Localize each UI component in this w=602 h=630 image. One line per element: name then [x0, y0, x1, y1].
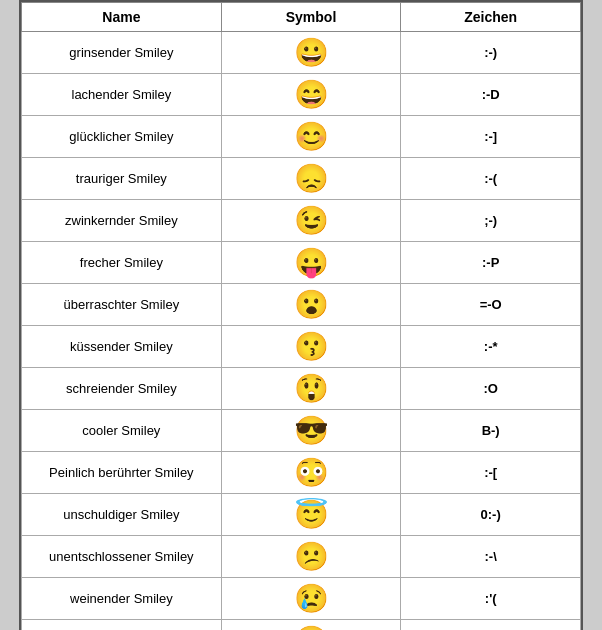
cell-name: schreiender Smiley	[22, 368, 222, 410]
cell-name: versiegelte Lippen-Smiley	[22, 620, 222, 631]
table-row: glücklicher Smiley😊:-]	[22, 116, 581, 158]
cell-symbol: 😉	[221, 200, 401, 242]
cell-symbol: 😞	[221, 158, 401, 200]
table-row: frecher Smiley😛:-P	[22, 242, 581, 284]
cell-name: überraschter Smiley	[22, 284, 222, 326]
cell-symbol: 😮	[221, 284, 401, 326]
cell-zeichen: :-\	[401, 536, 581, 578]
cell-name: Peinlich berührter Smiley	[22, 452, 222, 494]
cell-zeichen: :-)	[401, 32, 581, 74]
cell-name: zwinkernder Smiley	[22, 200, 222, 242]
smiley-table: Name Symbol Zeichen grinsender Smiley😀:-…	[21, 2, 581, 630]
table-row: überraschter Smiley😮=-O	[22, 284, 581, 326]
cell-name: unentschlossener Smiley	[22, 536, 222, 578]
table-row: unschuldiger Smiley😇0:-)	[22, 494, 581, 536]
cell-zeichen: :O	[401, 368, 581, 410]
cell-zeichen: :-]	[401, 116, 581, 158]
table-row: Peinlich berührter Smiley😳:-[	[22, 452, 581, 494]
cell-symbol: 😢	[221, 578, 401, 620]
cell-symbol: 😲	[221, 368, 401, 410]
table-row: trauriger Smiley😞:-(	[22, 158, 581, 200]
cell-name: weinender Smiley	[22, 578, 222, 620]
cell-name: küssender Smiley	[22, 326, 222, 368]
cell-zeichen: :-X	[401, 620, 581, 631]
table-row: zwinkernder Smiley😉;-)	[22, 200, 581, 242]
cell-zeichen: :-D	[401, 74, 581, 116]
table-header-row: Name Symbol Zeichen	[22, 3, 581, 32]
cell-zeichen: ;-)	[401, 200, 581, 242]
table-row: unentschlossener Smiley😕:-\	[22, 536, 581, 578]
cell-symbol: 😗	[221, 326, 401, 368]
cell-name: unschuldiger Smiley	[22, 494, 222, 536]
cell-symbol: 😀	[221, 32, 401, 74]
cell-symbol: 😳	[221, 452, 401, 494]
cell-name: cooler Smiley	[22, 410, 222, 452]
cell-name: trauriger Smiley	[22, 158, 222, 200]
table-row: grinsender Smiley😀:-)	[22, 32, 581, 74]
cell-zeichen: :-(	[401, 158, 581, 200]
table-row: küssender Smiley😗:-*	[22, 326, 581, 368]
cell-zeichen: :-P	[401, 242, 581, 284]
cell-symbol: 😊	[221, 116, 401, 158]
header-zeichen: Zeichen	[401, 3, 581, 32]
cell-symbol: 🤐	[221, 620, 401, 631]
cell-symbol: 😇	[221, 494, 401, 536]
cell-zeichen: :'(	[401, 578, 581, 620]
cell-symbol: 😛	[221, 242, 401, 284]
cell-symbol: 😄	[221, 74, 401, 116]
cell-name: frecher Smiley	[22, 242, 222, 284]
table-row: cooler Smiley😎B-)	[22, 410, 581, 452]
cell-zeichen: 0:-)	[401, 494, 581, 536]
cell-zeichen: =-O	[401, 284, 581, 326]
cell-symbol: 😎	[221, 410, 401, 452]
table-row: weinender Smiley😢:'(	[22, 578, 581, 620]
cell-name: glücklicher Smiley	[22, 116, 222, 158]
header-symbol: Symbol	[221, 3, 401, 32]
table-row: versiegelte Lippen-Smiley🤐:-X	[22, 620, 581, 631]
cell-zeichen: :-[	[401, 452, 581, 494]
cell-symbol: 😕	[221, 536, 401, 578]
table-row: lachender Smiley😄:-D	[22, 74, 581, 116]
cell-zeichen: :-*	[401, 326, 581, 368]
cell-name: grinsender Smiley	[22, 32, 222, 74]
header-name: Name	[22, 3, 222, 32]
cell-zeichen: B-)	[401, 410, 581, 452]
smiley-table-wrapper: Name Symbol Zeichen grinsender Smiley😀:-…	[19, 0, 583, 630]
cell-name: lachender Smiley	[22, 74, 222, 116]
table-row: schreiender Smiley😲:O	[22, 368, 581, 410]
